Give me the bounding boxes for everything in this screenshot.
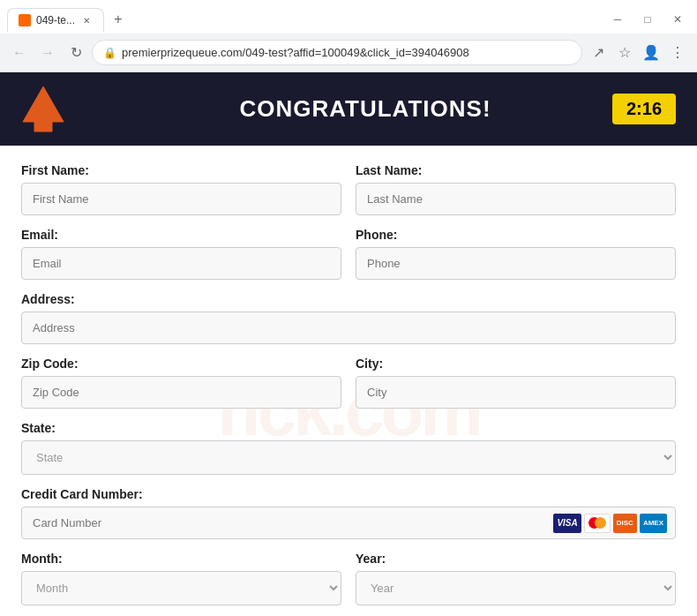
congrats-heading: CONGRATULATIONS! — [239, 95, 491, 123]
month-group: Month: Month01 - January02 - February03 … — [21, 552, 341, 605]
zip-input[interactable] — [21, 376, 341, 409]
state-select[interactable]: StateAlabamaAlaskaArizonaArkansasCalifor… — [21, 440, 676, 475]
first-name-group: First Name: — [21, 163, 341, 215]
close-button[interactable]: ✕ — [665, 7, 690, 32]
tab-title: 049-te... — [36, 14, 75, 26]
nav-right-icons: ↗ ☆ 👤 ⋮ — [586, 41, 690, 65]
city-group: City: — [356, 357, 676, 409]
month-label: Month: — [21, 552, 341, 566]
city-label: City: — [356, 357, 676, 371]
minimize-button[interactable]: ─ — [605, 7, 630, 32]
visa-icon: VISA — [553, 514, 581, 533]
email-input[interactable] — [21, 247, 341, 280]
browser-window: 049-te... ✕ + ─ □ ✕ ← → ↻ 🔒 premierprize… — [0, 0, 697, 72]
last-name-label: Last Name: — [356, 163, 676, 177]
month-year-row: Month: Month01 - January02 - February03 … — [21, 552, 676, 605]
restore-button[interactable]: □ — [635, 7, 660, 32]
address-input[interactable] — [21, 312, 676, 344]
year-select[interactable]: Year202420252026202720282029203020312032… — [356, 571, 676, 605]
address-group: Address: — [21, 292, 676, 344]
refresh-button[interactable]: ↻ — [64, 41, 88, 65]
last-name-input[interactable] — [356, 183, 676, 215]
address-bar[interactable]: 🔒 premierprizequeue.com/049-test?affid=1… — [92, 40, 582, 65]
discover-icon: DISC — [613, 514, 637, 533]
email-group: Email: — [21, 228, 341, 280]
forward-button[interactable]: → — [35, 41, 60, 65]
registration-form: First Name: Last Name: Email: Phone: — [21, 163, 676, 616]
address-label: Address: — [21, 292, 676, 306]
cc-group: Credit Card Number: VISA DISC AMEX — [21, 487, 676, 539]
nav-bar: ← → ↻ 🔒 premierprizequeue.com/049-test?a… — [0, 34, 697, 72]
phone-input[interactable] — [356, 247, 676, 280]
new-tab-button[interactable]: + — [106, 7, 131, 32]
year-group: Year: Year202420252026202720282029203020… — [356, 552, 676, 605]
name-row: First Name: Last Name: — [21, 163, 676, 215]
lock-icon: 🔒 — [103, 47, 116, 59]
form-area: rick.com First Name: Last Name: Email: — [0, 146, 697, 616]
zip-city-row: Zip Code: City: — [21, 357, 676, 409]
profile-icon[interactable]: 👤 — [639, 41, 663, 65]
year-label: Year: — [356, 552, 676, 566]
page-content: CONGRATULATIONS! 2:16 rick.com First Nam… — [0, 72, 697, 616]
tab-close-button[interactable]: ✕ — [80, 14, 93, 26]
phone-group: Phone: — [356, 228, 676, 280]
last-name-group: Last Name: — [356, 163, 676, 215]
amex-icon: AMEX — [640, 514, 667, 533]
state-group: State: StateAlabamaAlaskaArizonaArkansas… — [21, 421, 676, 475]
cc-input-wrap: VISA DISC AMEX — [21, 507, 676, 539]
title-bar: 049-te... ✕ + ─ □ ✕ — [0, 0, 697, 34]
month-select[interactable]: Month01 - January02 - February03 - March… — [21, 571, 341, 605]
email-label: Email: — [21, 228, 341, 242]
email-phone-row: Email: Phone: — [21, 228, 676, 280]
zip-group: Zip Code: — [21, 357, 341, 409]
address-row: Address: — [21, 292, 676, 344]
zip-label: Zip Code: — [21, 357, 341, 371]
bookmark-icon[interactable]: ☆ — [612, 41, 637, 65]
back-button[interactable]: ← — [7, 41, 32, 65]
menu-icon[interactable]: ⋮ — [665, 41, 690, 65]
tab-favicon — [19, 14, 31, 26]
mastercard-icon — [584, 514, 611, 533]
phone-label: Phone: — [356, 228, 676, 242]
url-text: premierprizequeue.com/049-test?affid=100… — [122, 46, 571, 59]
share-icon[interactable]: ↗ — [586, 41, 611, 65]
first-name-input[interactable] — [21, 183, 341, 215]
first-name-label: First Name: — [21, 163, 341, 177]
city-input[interactable] — [356, 376, 676, 409]
card-icons: VISA DISC AMEX — [553, 514, 667, 533]
tab-bar: 049-te... ✕ + — [7, 7, 605, 32]
state-label: State: — [21, 421, 676, 435]
svg-marker-0 — [23, 86, 64, 131]
window-controls: ─ □ ✕ — [605, 7, 690, 32]
congrats-banner: CONGRATULATIONS! 2:16 — [0, 72, 697, 146]
countdown-timer: 2:16 — [612, 94, 676, 124]
state-row: State: StateAlabamaAlaskaArizonaArkansas… — [21, 421, 676, 475]
cc-label: Credit Card Number: — [21, 487, 676, 501]
active-tab[interactable]: 049-te... ✕ — [7, 8, 104, 32]
arrow-up-icon — [21, 85, 65, 133]
cc-row: Credit Card Number: VISA DISC AMEX — [21, 487, 676, 539]
